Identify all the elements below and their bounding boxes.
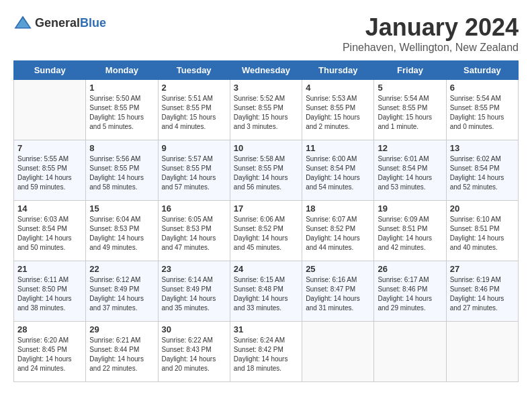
weekday-header: Saturday (446, 61, 518, 80)
weekday-header-row: SundayMondayTuesdayWednesdayThursdayFrid… (14, 61, 519, 80)
day-number: 28 (17, 324, 82, 334)
day-info: Sunrise: 5:51 AMSunset: 8:55 PMDaylight:… (162, 94, 226, 132)
day-info: Sunrise: 6:00 AMSunset: 8:54 PMDaylight:… (306, 154, 370, 192)
day-info: Sunrise: 6:17 AMSunset: 8:46 PMDaylight:… (378, 275, 442, 313)
calendar-cell: 23Sunrise: 6:14 AMSunset: 8:49 PMDayligh… (158, 261, 230, 322)
logo: GeneralBlue (13, 13, 106, 32)
day-info: Sunrise: 5:54 AMSunset: 8:55 PMDaylight:… (378, 94, 442, 132)
day-info: Sunrise: 5:55 AMSunset: 8:55 PMDaylight:… (17, 154, 82, 192)
calendar-cell: 25Sunrise: 6:16 AMSunset: 8:47 PMDayligh… (302, 261, 374, 322)
day-info: Sunrise: 5:54 AMSunset: 8:55 PMDaylight:… (450, 94, 515, 132)
logo-icon (13, 13, 32, 32)
day-info: Sunrise: 6:01 AMSunset: 8:54 PMDaylight:… (378, 154, 442, 192)
day-number: 30 (162, 324, 226, 334)
day-number: 18 (306, 203, 370, 214)
day-info: Sunrise: 6:11 AMSunset: 8:50 PMDaylight:… (17, 275, 82, 313)
calendar-header: SundayMondayTuesdayWednesdayThursdayFrid… (14, 61, 519, 80)
day-number: 27 (450, 264, 515, 274)
day-number: 7 (17, 143, 82, 153)
calendar-cell: 22Sunrise: 6:12 AMSunset: 8:49 PMDayligh… (86, 261, 158, 322)
day-info: Sunrise: 6:14 AMSunset: 8:49 PMDaylight:… (162, 275, 226, 313)
calendar-cell: 30Sunrise: 6:22 AMSunset: 8:43 PMDayligh… (158, 322, 230, 382)
logo-general-text: General (35, 16, 80, 30)
day-info: Sunrise: 5:58 AMSunset: 8:55 PMDaylight:… (234, 154, 298, 192)
logo-blue-text: Blue (80, 16, 106, 30)
calendar-cell: 29Sunrise: 6:21 AMSunset: 8:44 PMDayligh… (86, 322, 158, 382)
calendar-cell: 13Sunrise: 6:02 AMSunset: 8:54 PMDayligh… (446, 140, 518, 201)
calendar-cell: 3Sunrise: 5:52 AMSunset: 8:55 PMDaylight… (230, 80, 302, 140)
weekday-header: Friday (374, 61, 446, 80)
calendar-cell: 27Sunrise: 6:19 AMSunset: 8:46 PMDayligh… (446, 261, 518, 322)
calendar-cell (374, 322, 446, 382)
calendar-body: 1Sunrise: 5:50 AMSunset: 8:55 PMDaylight… (14, 80, 519, 382)
calendar-cell: 16Sunrise: 6:05 AMSunset: 8:53 PMDayligh… (158, 201, 230, 261)
day-number: 10 (234, 143, 298, 153)
day-number: 15 (89, 203, 154, 214)
calendar-cell: 10Sunrise: 5:58 AMSunset: 8:55 PMDayligh… (230, 140, 302, 201)
day-number: 21 (17, 264, 82, 274)
day-info: Sunrise: 6:02 AMSunset: 8:54 PMDaylight:… (450, 154, 515, 192)
calendar-cell (446, 322, 518, 382)
calendar-week-row: 14Sunrise: 6:03 AMSunset: 8:54 PMDayligh… (14, 201, 519, 261)
day-info: Sunrise: 6:10 AMSunset: 8:51 PMDaylight:… (450, 215, 515, 253)
day-info: Sunrise: 5:56 AMSunset: 8:55 PMDaylight:… (89, 154, 154, 192)
calendar-cell: 4Sunrise: 5:53 AMSunset: 8:55 PMDaylight… (302, 80, 374, 140)
calendar-week-row: 7Sunrise: 5:55 AMSunset: 8:55 PMDaylight… (14, 140, 519, 201)
day-number: 25 (306, 264, 370, 274)
day-number: 17 (234, 203, 298, 214)
day-number: 12 (378, 143, 442, 153)
day-number: 29 (89, 324, 154, 334)
day-number: 16 (162, 203, 226, 214)
calendar-cell: 9Sunrise: 5:57 AMSunset: 8:55 PMDaylight… (158, 140, 230, 201)
calendar-cell (302, 322, 374, 382)
day-number: 19 (378, 203, 442, 214)
day-number: 24 (234, 264, 298, 274)
calendar-cell (14, 80, 86, 140)
logo-wordmark: GeneralBlue (35, 16, 106, 30)
calendar-cell: 21Sunrise: 6:11 AMSunset: 8:50 PMDayligh… (14, 261, 86, 322)
day-info: Sunrise: 6:19 AMSunset: 8:46 PMDaylight:… (450, 275, 515, 313)
day-info: Sunrise: 6:12 AMSunset: 8:49 PMDaylight:… (89, 275, 154, 313)
calendar-cell: 28Sunrise: 6:20 AMSunset: 8:45 PMDayligh… (14, 322, 86, 382)
day-info: Sunrise: 6:15 AMSunset: 8:48 PMDaylight:… (234, 275, 298, 313)
day-info: Sunrise: 6:04 AMSunset: 8:53 PMDaylight:… (89, 215, 154, 253)
day-info: Sunrise: 6:16 AMSunset: 8:47 PMDaylight:… (306, 275, 370, 313)
day-number: 13 (450, 143, 515, 153)
calendar-cell: 8Sunrise: 5:56 AMSunset: 8:55 PMDaylight… (86, 140, 158, 201)
day-number: 26 (378, 264, 442, 274)
calendar-cell: 5Sunrise: 5:54 AMSunset: 8:55 PMDaylight… (374, 80, 446, 140)
calendar-cell: 26Sunrise: 6:17 AMSunset: 8:46 PMDayligh… (374, 261, 446, 322)
day-number: 23 (162, 264, 226, 274)
day-number: 11 (306, 143, 370, 153)
day-number: 3 (234, 83, 298, 93)
day-number: 9 (162, 143, 226, 153)
title-section: January 2024 Pinehaven, Wellington, New … (343, 13, 519, 54)
day-number: 2 (162, 83, 226, 93)
day-info: Sunrise: 6:05 AMSunset: 8:53 PMDaylight:… (162, 215, 226, 253)
day-info: Sunrise: 5:50 AMSunset: 8:55 PMDaylight:… (89, 94, 154, 132)
day-number: 4 (306, 83, 370, 93)
day-info: Sunrise: 5:52 AMSunset: 8:55 PMDaylight:… (234, 94, 298, 132)
day-info: Sunrise: 6:06 AMSunset: 8:52 PMDaylight:… (234, 215, 298, 253)
day-number: 31 (234, 324, 298, 334)
day-number: 8 (89, 143, 154, 153)
day-info: Sunrise: 5:57 AMSunset: 8:55 PMDaylight:… (162, 154, 226, 192)
calendar-table: SundayMondayTuesdayWednesdayThursdayFrid… (13, 60, 519, 382)
calendar-cell: 20Sunrise: 6:10 AMSunset: 8:51 PMDayligh… (446, 201, 518, 261)
day-info: Sunrise: 6:24 AMSunset: 8:42 PMDaylight:… (234, 336, 298, 373)
calendar-cell: 15Sunrise: 6:04 AMSunset: 8:53 PMDayligh… (86, 201, 158, 261)
weekday-header: Wednesday (230, 61, 302, 80)
day-info: Sunrise: 6:22 AMSunset: 8:43 PMDaylight:… (162, 336, 226, 373)
calendar-cell: 31Sunrise: 6:24 AMSunset: 8:42 PMDayligh… (230, 322, 302, 382)
calendar-week-row: 28Sunrise: 6:20 AMSunset: 8:45 PMDayligh… (14, 322, 519, 382)
calendar-cell: 6Sunrise: 5:54 AMSunset: 8:55 PMDaylight… (446, 80, 518, 140)
calendar-cell: 7Sunrise: 5:55 AMSunset: 8:55 PMDaylight… (14, 140, 86, 201)
day-number: 1 (89, 83, 154, 93)
weekday-header: Monday (86, 61, 158, 80)
day-number: 5 (378, 83, 442, 93)
day-info: Sunrise: 6:21 AMSunset: 8:44 PMDaylight:… (89, 336, 154, 373)
day-number: 6 (450, 83, 515, 93)
weekday-header: Thursday (302, 61, 374, 80)
calendar-cell: 18Sunrise: 6:07 AMSunset: 8:52 PMDayligh… (302, 201, 374, 261)
day-number: 14 (17, 203, 82, 214)
